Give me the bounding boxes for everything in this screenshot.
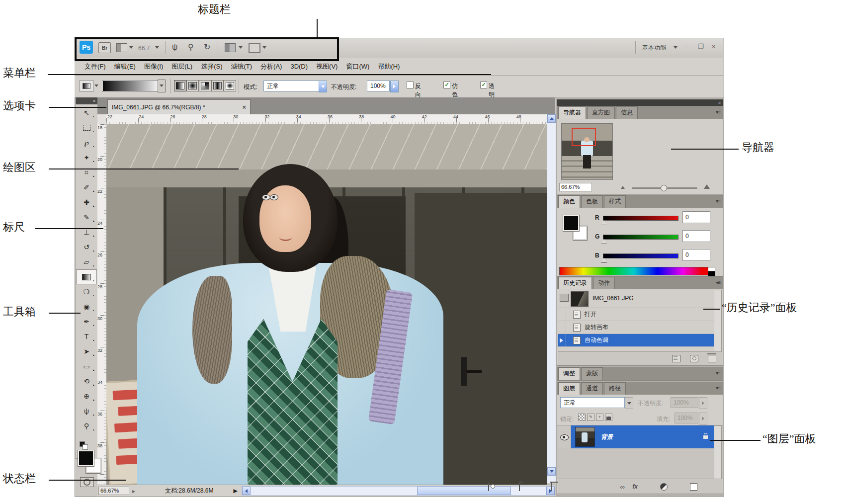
scrollbar-thumb[interactable] [417, 487, 511, 495]
lock-image-icon[interactable]: ✎ [587, 414, 594, 421]
menu-filter[interactable]: 滤镜(T) [231, 62, 252, 71]
tab-info[interactable]: 信息 [616, 106, 638, 119]
gradient-tool[interactable] [76, 269, 97, 284]
opacity-value[interactable]: 100% [367, 81, 390, 91]
layer-blend-mode-select[interactable]: 正常 [560, 397, 625, 408]
history-snapshot-row[interactable]: IMG_0661.JPG [558, 290, 715, 308]
path-selection-tool[interactable]: ➤ [76, 344, 97, 359]
scroll-left-icon[interactable] [242, 487, 251, 495]
quick-selection-tool[interactable]: ✦ [76, 150, 97, 165]
set-source-icon[interactable] [560, 294, 569, 302]
zoom-out-icon[interactable] [621, 186, 625, 189]
brush-tool[interactable]: ✎ [76, 210, 97, 225]
link-layers-icon[interactable]: ∞ [620, 483, 625, 491]
channel-bar-G[interactable] [603, 235, 678, 240]
tab-histogram[interactable]: 直方图 [587, 106, 615, 119]
spectrum-black-swatch[interactable] [708, 271, 715, 276]
3d-rotate-tool[interactable]: ⟲ [76, 374, 97, 389]
lock-all-icon[interactable] [605, 414, 612, 421]
channel-value-field[interactable]: 0 [682, 249, 710, 261]
channel-bar-B[interactable] [603, 253, 678, 258]
type-tool[interactable]: T [76, 329, 97, 344]
chevron-down-icon[interactable] [674, 46, 677, 49]
3d-orbit-tool[interactable]: ⊕ [76, 389, 97, 404]
tab-history[interactable]: 历史记录 [558, 277, 592, 289]
gradient-picker-button[interactable] [158, 80, 166, 92]
menu-help[interactable]: 帮助(H) [378, 62, 400, 71]
panel-scrollbar[interactable] [714, 290, 722, 353]
blend-caret[interactable] [625, 397, 633, 409]
navigator-zoom-field[interactable]: 66.67% [559, 183, 592, 191]
scroll-up-icon[interactable] [547, 114, 556, 123]
vertical-scrollbar[interactable] [547, 114, 556, 483]
delete-state-icon[interactable] [708, 355, 716, 362]
panel-menu-icon[interactable]: ▾≡ [716, 385, 720, 391]
eyedropper-tool[interactable]: ✐ [76, 180, 97, 195]
layer-style-icon[interactable]: fx [632, 483, 638, 490]
menu-image[interactable]: 图像(I) [144, 62, 163, 71]
menu-layer[interactable]: 图层(L) [171, 62, 192, 71]
channel-slider-thumb[interactable] [601, 220, 607, 225]
crop-tool[interactable]: ⌗ [76, 165, 97, 180]
minimize-button[interactable]: – [685, 43, 688, 50]
menu-file[interactable]: 文件(F) [85, 62, 106, 71]
layer-name[interactable]: 背景 [601, 433, 613, 441]
pen-tool[interactable]: ✒ [76, 314, 97, 329]
radial-gradient-button[interactable] [186, 80, 199, 91]
zoom-tool[interactable]: ⚲ [76, 419, 97, 433]
channel-value-field[interactable]: 0 [682, 230, 710, 242]
history-state-open[interactable]: 打开 [558, 308, 715, 321]
reverse-checkbox[interactable] [407, 82, 414, 88]
navigator-viewbox[interactable] [572, 128, 596, 147]
new-document-from-state-icon[interactable] [672, 355, 680, 362]
diamond-gradient-button[interactable] [224, 80, 236, 91]
scroll-down-icon[interactable] [547, 467, 556, 476]
quick-mask-button[interactable] [80, 477, 94, 487]
color-spectrum-bar[interactable] [559, 267, 708, 275]
new-snapshot-icon[interactable] [690, 355, 698, 362]
visibility-cell[interactable] [558, 425, 571, 448]
angle-gradient-button[interactable] [199, 80, 211, 91]
menu-view[interactable]: 视图(V) [316, 62, 338, 71]
tab-paths[interactable]: 路径 [604, 382, 626, 395]
tab-swatches[interactable]: 色板 [581, 195, 603, 208]
tab-navigator[interactable]: 导航器 [558, 106, 586, 119]
tab-color[interactable]: 颜色 [558, 195, 580, 208]
channel-slider-thumb[interactable] [601, 258, 607, 262]
tab-adjustments[interactable]: 调整 [558, 367, 580, 380]
workspace-switcher[interactable]: 基本功能 [642, 44, 666, 52]
gradient-preview[interactable] [102, 80, 159, 92]
panel-menu-icon[interactable]: ▾≡ [716, 280, 720, 285]
opacity-slider-button[interactable] [390, 81, 399, 92]
blur-tool[interactable]: ❍ [76, 284, 97, 299]
panel-menu-icon[interactable]: ▾≡ [716, 198, 720, 204]
channel-value-field[interactable]: 0 [682, 211, 710, 223]
lock-transparent-icon[interactable] [578, 414, 586, 421]
vertical-ruler[interactable]: 1820222426283032343638 [97, 124, 107, 485]
chevron-down-icon[interactable] [94, 84, 98, 87]
panel-menu-icon[interactable]: ▾≡ [716, 109, 720, 115]
marquee-tool[interactable] [76, 120, 97, 135]
blend-mode-select[interactable]: 正常 [263, 81, 326, 91]
slider-thumb[interactable] [661, 185, 667, 191]
menu-window[interactable]: 窗口(W) [346, 62, 369, 71]
document-tab[interactable]: IMG_0661.JPG @ 66.7%(RGB/8) * × [107, 99, 251, 114]
tab-actions[interactable]: 动作 [593, 277, 615, 289]
close-button[interactable]: × [712, 43, 716, 50]
shape-tool[interactable]: ▭ [76, 359, 97, 374]
tool-preset-picker[interactable] [80, 80, 93, 92]
reflected-gradient-button[interactable] [211, 80, 224, 91]
menu-3d[interactable]: 3D(D) [290, 63, 308, 70]
tab-close-icon[interactable]: × [242, 103, 246, 111]
delete-layer-icon[interactable] [551, 483, 552, 491]
clone-stamp-tool[interactable]: ⊥ [76, 225, 97, 240]
history-source-column[interactable] [558, 308, 566, 321]
history-state-auto-tone[interactable]: 自动色调 [558, 334, 715, 347]
new-layer-icon[interactable] [690, 483, 697, 491]
dodge-tool[interactable]: ◉ [76, 299, 97, 314]
hand-tool[interactable]: ψ [76, 404, 97, 419]
foreground-color-swatch[interactable] [78, 450, 94, 466]
restore-button[interactable]: ❐ [698, 43, 704, 50]
status-caret-icon[interactable]: ▸ [132, 488, 135, 495]
status-zoom-field[interactable]: 66.67% [98, 487, 129, 495]
